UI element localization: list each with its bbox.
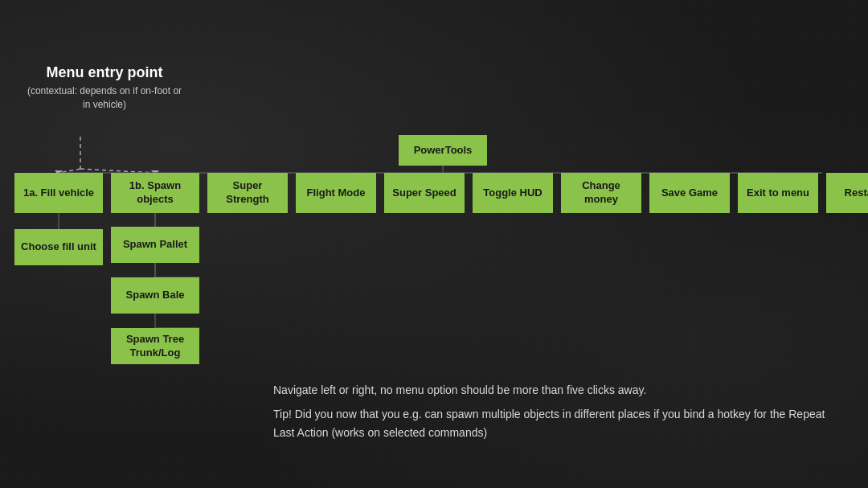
toggle-hud-node[interactable]: Toggle HUD xyxy=(473,173,553,213)
spawn-objects-node[interactable]: 1b. Spawn objects xyxy=(111,173,199,213)
exit-to-menu-node[interactable]: Exit to menu xyxy=(738,173,818,213)
fill-vehicle-node[interactable]: 1a. Fill vehicle xyxy=(14,173,103,213)
restart-node[interactable]: Restart xyxy=(826,173,868,213)
spawn-pallet-node[interactable]: Spawn Pallet xyxy=(111,227,199,263)
spawn-bale-node[interactable]: Spawn Bale xyxy=(111,277,199,314)
choose-fill-unit-node[interactable]: Choose fill unit xyxy=(14,229,103,265)
change-money-node[interactable]: Change money xyxy=(561,173,641,213)
spawn-tree-trunk-node[interactable]: Spawn Tree Trunk/Log xyxy=(111,328,199,364)
save-game-node[interactable]: Save Game xyxy=(649,173,730,213)
menu-entry-subtitle: (contextual: depends on if on-foot or in… xyxy=(24,84,185,112)
menu-entry-label: Menu entry point (contextual: depends on… xyxy=(24,64,185,112)
flight-mode-node[interactable]: Flight Mode xyxy=(296,173,376,213)
powertools-node[interactable]: PowerTools xyxy=(399,135,487,166)
menu-entry-title: Menu entry point xyxy=(24,64,185,81)
super-speed-node[interactable]: Super Speed xyxy=(384,173,465,213)
super-strength-node[interactable]: Super Strength xyxy=(207,173,288,213)
bottom-line2: Tip! Did you now that you e.g. can spawn… xyxy=(273,405,836,441)
bottom-line1: Navigate left or right, no menu option s… xyxy=(273,381,836,399)
bottom-text: Navigate left or right, no menu option s… xyxy=(273,381,836,448)
